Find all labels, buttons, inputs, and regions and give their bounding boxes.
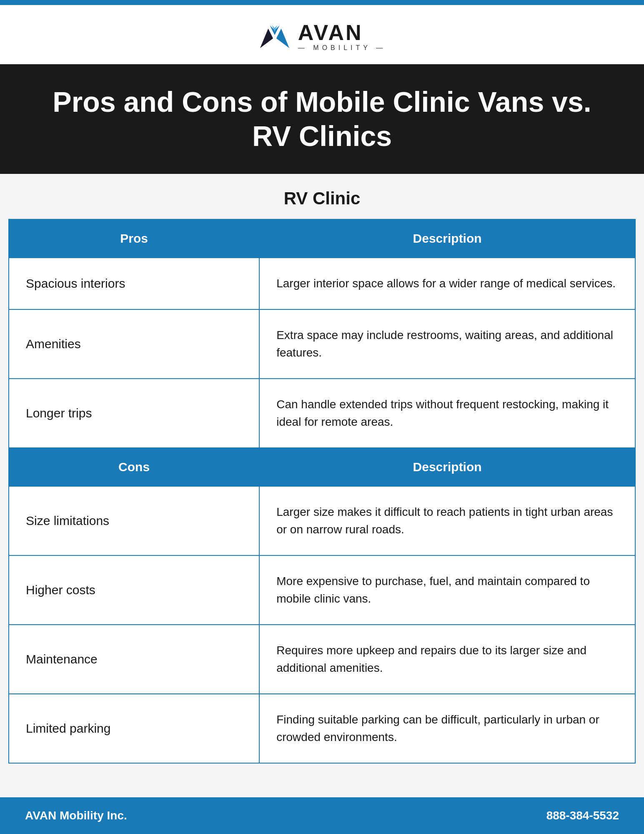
pros-desc-header: Description — [259, 219, 635, 258]
con-description: Finding suitable parking can be difficul… — [259, 694, 635, 763]
cons-header-row: Cons Description — [9, 448, 635, 486]
table-row: Limited parking Finding suitable parking… — [9, 694, 635, 763]
cons-col-header: Cons — [9, 448, 259, 486]
section-title: RV Clinic — [8, 188, 636, 208]
footer-company: AVAN Mobility Inc. — [25, 809, 127, 822]
footer: AVAN Mobility Inc. 888-384-5532 — [0, 797, 644, 834]
con-label: Higher costs — [9, 555, 259, 625]
pros-cons-table: Pros Description Spacious interiors Larg… — [8, 219, 636, 764]
brand-name: AVAN — [298, 22, 363, 43]
pro-description: Extra space may include restrooms, waiti… — [259, 309, 635, 379]
title-banner: Pros and Cons of Mobile Clinic Vans vs. … — [0, 64, 644, 174]
svg-marker-0 — [260, 29, 273, 48]
table-container: Pros Description Spacious interiors Larg… — [0, 219, 644, 797]
logo-container: AVAN — MOBILITY — — [258, 22, 386, 52]
logo-text-block: AVAN — MOBILITY — — [298, 22, 386, 52]
pros-header-row: Pros Description — [9, 219, 635, 258]
con-label: Size limitations — [9, 486, 259, 555]
con-label: Limited parking — [9, 694, 259, 763]
footer-phone: 888-384-5532 — [546, 809, 619, 822]
svg-marker-1 — [276, 29, 289, 48]
pro-description: Can handle extended trips without freque… — [259, 379, 635, 448]
table-row: Higher costs More expensive to purchase,… — [9, 555, 635, 625]
page-title: Pros and Cons of Mobile Clinic Vans vs. … — [33, 85, 611, 153]
con-description: Requires more upkeep and repairs due to … — [259, 625, 635, 694]
table-row: Longer trips Can handle extended trips w… — [9, 379, 635, 448]
avan-logo-icon — [258, 22, 291, 51]
pro-label: Spacious interiors — [9, 258, 259, 309]
pro-label: Amenities — [9, 309, 259, 379]
table-row: Amenities Extra space may include restro… — [9, 309, 635, 379]
pro-label: Longer trips — [9, 379, 259, 448]
header: AVAN — MOBILITY — — [0, 0, 644, 64]
cons-desc-header: Description — [259, 448, 635, 486]
section-heading: RV Clinic — [0, 174, 644, 219]
table-row: Maintenance Requires more upkeep and rep… — [9, 625, 635, 694]
pro-description: Larger interior space allows for a wider… — [259, 258, 635, 309]
table-row: Spacious interiors Larger interior space… — [9, 258, 635, 309]
pros-col-header: Pros — [9, 219, 259, 258]
con-description: More expensive to purchase, fuel, and ma… — [259, 555, 635, 625]
table-row: Size limitations Larger size makes it di… — [9, 486, 635, 555]
con-description: Larger size makes it difficult to reach … — [259, 486, 635, 555]
brand-sub: — MOBILITY — — [298, 44, 386, 52]
con-label: Maintenance — [9, 625, 259, 694]
